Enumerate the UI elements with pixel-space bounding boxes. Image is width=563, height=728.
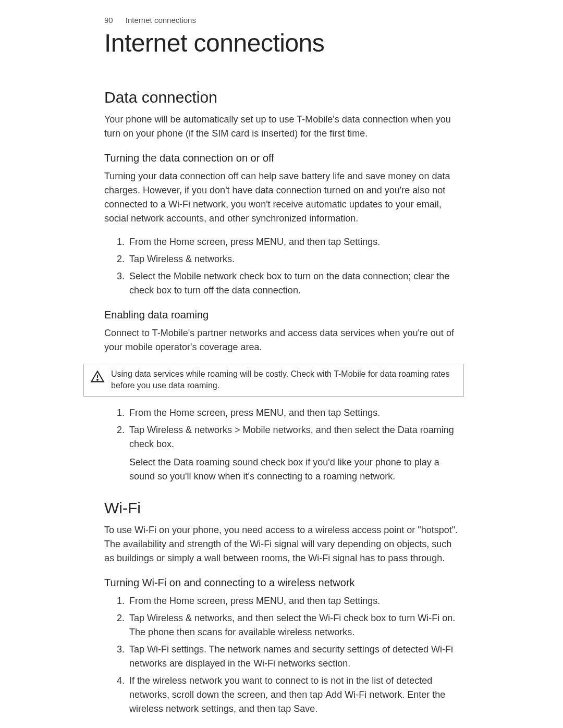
body-paragraph: Your phone will be automatically set up …	[104, 113, 464, 141]
list-item: From the Home screen, press MENU, and th…	[127, 235, 464, 249]
svg-point-1	[97, 379, 98, 380]
body-paragraph: Connect to T-Mobile's partner networks a…	[104, 326, 464, 354]
chapter-title: Internet connections	[104, 29, 464, 57]
breadcrumb: Internet connections	[126, 16, 196, 24]
warning-box: Using data services while roaming will b…	[83, 364, 464, 397]
list-item: Tap Wireless & networks > Mobile network…	[127, 423, 464, 484]
step-list: From the Home screen, press MENU, and th…	[104, 406, 464, 484]
sub-paragraph: Select the Data roaming sound check box …	[129, 455, 464, 484]
list-item: Tap Wireless & networks.	[127, 252, 464, 266]
warning-icon	[90, 369, 105, 386]
subsection-enabling-roaming: Enabling data roaming	[104, 309, 464, 321]
warning-text: Using data services while roaming will b…	[111, 368, 457, 392]
body-paragraph: To use Wi-Fi on your phone, you need acc…	[104, 523, 464, 565]
step-list: From the Home screen, press MENU, and th…	[104, 594, 464, 716]
section-wifi: Wi-Fi	[104, 499, 464, 517]
list-item: Tap Wi-Fi settings. The network names an…	[127, 643, 464, 671]
page-header: 90 Internet connections	[104, 16, 464, 24]
list-item: Tap Wireless & networks, and then select…	[127, 611, 464, 639]
list-item: If the wireless network you want to conn…	[127, 674, 464, 716]
body-paragraph: Turning your data connection off can hel…	[104, 169, 464, 226]
list-item: From the Home screen, press MENU, and th…	[127, 406, 464, 420]
section-data-connection: Data connection	[104, 89, 464, 106]
page-number: 90	[104, 16, 113, 24]
list-item: From the Home screen, press MENU, and th…	[127, 594, 464, 608]
list-item: Select the Mobile network check box to t…	[127, 269, 464, 298]
step-list: From the Home screen, press MENU, and th…	[104, 235, 464, 298]
subsection-turning-data: Turning the data connection on or off	[104, 152, 464, 164]
subsection-turning-wifi: Turning Wi-Fi on and connecting to a wir…	[104, 577, 464, 589]
